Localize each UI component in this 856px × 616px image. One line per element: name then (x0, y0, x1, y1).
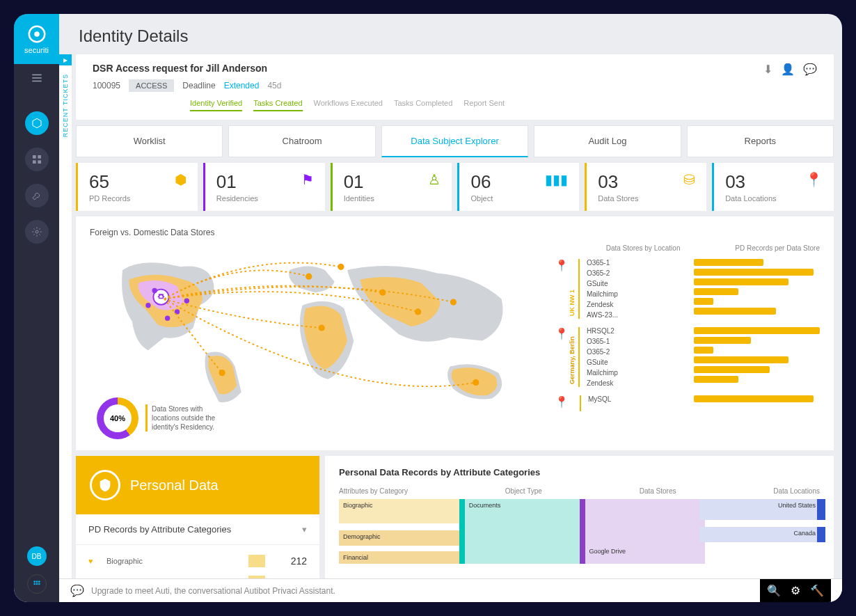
store-item: O365-2 (587, 348, 681, 356)
svg-point-7 (33, 581, 35, 583)
donut-chart: 40% (97, 397, 138, 439)
app-frame: securiti DB Identity Details ▸ RECENT TI… (14, 14, 842, 602)
location-group: 📍UK NW 1O365-1O365-2GSuiteMailchimpZende… (555, 259, 681, 319)
request-type-badge: ACCESS (129, 79, 174, 92)
pd-subtitle-row[interactable]: PD Records by Attribute Categories ▾ (76, 514, 319, 545)
wrench-icon (31, 190, 42, 201)
svg-point-8 (35, 581, 38, 583)
menu-icon (31, 72, 43, 84)
request-header-card: DSR Access request for Jill Anderson 100… (76, 54, 834, 120)
stats-row: 65PD Records⬢01Residencies⚑01Identities♙… (76, 163, 834, 211)
location-group: 📍MySQL (555, 395, 681, 411)
bar (694, 269, 814, 276)
pin-icon: 📍 (555, 395, 569, 409)
nav-tools[interactable] (25, 184, 49, 207)
hamburger-menu[interactable] (14, 64, 59, 92)
store-item: GSuite (587, 358, 681, 366)
main-area: Identity Details ▸ RECENT TICKETS DSR Ac… (59, 14, 842, 602)
download-icon[interactable]: ⬇ (763, 63, 772, 76)
footer-message: Upgrade to meet Auti, the conversational… (91, 586, 335, 596)
bar (694, 337, 750, 344)
tab-audit-log[interactable]: Audit Log (534, 125, 681, 157)
recent-tickets-rail: ▸ RECENT TICKETS (59, 54, 72, 578)
donut-label: Data Stores with locations outside the i… (145, 404, 229, 432)
progress-bar: Identity VerifiedTasks CreatedWorkflows … (190, 99, 817, 111)
store-item: MySQL (588, 395, 681, 403)
bar (694, 376, 738, 383)
user-icon[interactable]: 👤 (781, 63, 795, 76)
pd-row[interactable]: 👥Demographics337 (88, 571, 307, 578)
sankey-card: Personal Data Records by Attribute Categ… (325, 456, 834, 578)
bar (694, 259, 763, 266)
bar (694, 288, 738, 295)
request-title: DSR Access request for Jill Anderson (93, 63, 763, 74)
shield-icon (26, 24, 47, 45)
svg-point-18 (152, 288, 157, 293)
nav-identity[interactable] (25, 111, 49, 135)
sankey-node: Canada (699, 527, 820, 542)
tab-data-subject-explorer[interactable]: Data Subject Explorer (381, 125, 528, 157)
tab-chatroom[interactable]: Chatroom (228, 125, 375, 157)
map-title: Foreign vs. Domestic Data Stores (90, 228, 820, 237)
sankey-node: Google Drive (585, 499, 706, 564)
svg-point-17 (165, 315, 170, 320)
chat-icon[interactable]: 💬 (803, 63, 817, 76)
pd-icon (90, 470, 120, 500)
stat-card[interactable]: 06Object▮▮▮ (457, 163, 579, 211)
svg-point-1 (34, 31, 40, 37)
stat-card[interactable]: 65PD Records⬢ (76, 163, 198, 211)
datastore-panel: Data Stores by Location 📍UK NW 1O365-1O3… (555, 244, 820, 439)
tab-reports[interactable]: Reports (687, 125, 834, 157)
pd-row[interactable]: ♥Biographic212 (88, 551, 307, 571)
app-switcher[interactable] (27, 574, 47, 594)
footer-tools: 🔍 ⚙ 🔨 (760, 579, 831, 603)
stat-card[interactable]: 03Data Stores⛁ (585, 163, 706, 211)
sankey-col-header: Data Locations (773, 487, 820, 495)
store-item: O365-1 (587, 259, 681, 267)
bar (694, 278, 788, 285)
pin-icon: 📍 (555, 327, 569, 384)
sidebar: securiti DB (14, 14, 59, 602)
stat-card[interactable]: 01Residencies⚑ (203, 163, 325, 211)
nav-dashboard[interactable] (25, 148, 49, 171)
donut-box: 40% Data Stores with locations outside t… (97, 397, 229, 439)
chat-bubble-icon[interactable]: 💬 (70, 584, 84, 597)
tabs-row: WorklistChatroomData Subject ExplorerAud… (76, 125, 834, 157)
sankey-node: Financial (339, 551, 459, 564)
svg-point-25 (473, 379, 479, 386)
request-meta: 100095 ACCESS Deadline Extended 45d (93, 79, 763, 92)
sankey-chart: Biographic Demographic Financial Documen… (339, 499, 820, 569)
chevron-down-icon[interactable]: ▾ (302, 524, 307, 535)
sankey-node: Biographic (339, 499, 459, 523)
nav-settings[interactable] (25, 220, 49, 244)
request-id: 100095 (93, 81, 120, 90)
stat-card[interactable]: 03Data Locations📍 (712, 163, 834, 211)
ds-locations-col: Data Stores by Location 📍UK NW 1O365-1O3… (555, 244, 681, 439)
category-icon: ♥ (88, 557, 100, 565)
sankey-col-header: Attributes by Category (339, 487, 408, 495)
store-item: Mailchimp (587, 369, 681, 377)
header-actions: ⬇ 👤 💬 (763, 63, 817, 76)
location-label: UK NW 1 (569, 259, 576, 319)
filter-icon[interactable]: ⚙ (791, 584, 800, 597)
build-icon[interactable]: 🔨 (810, 584, 824, 597)
location-group: 📍Germany, BerlinHRSQL2O365-1O365-2GSuite… (555, 327, 681, 387)
svg-point-16 (184, 299, 189, 303)
page-title: Identity Details (59, 14, 842, 54)
expand-rail-button[interactable]: ▸ (59, 54, 72, 65)
search-icon[interactable]: 🔍 (767, 584, 781, 597)
bottom-row: Personal Data PD Records by Attribute Ca… (76, 456, 834, 578)
progress-step: Report Sent (463, 99, 505, 111)
brand-logo[interactable]: securiti (14, 14, 59, 64)
svg-rect-5 (38, 160, 41, 164)
user-avatar[interactable]: DB (27, 546, 47, 566)
apps-icon (31, 578, 42, 590)
sankey-node: Demographic (339, 530, 459, 546)
grid-icon (31, 154, 42, 165)
bar (694, 347, 713, 354)
ds-head-left: Data Stores by Location (555, 244, 681, 252)
tab-worklist[interactable]: Worklist (76, 125, 223, 157)
progress-step: Identity Verified (190, 99, 242, 111)
footer-bar: 💬 Upgrade to meet Auti, the conversation… (59, 578, 842, 602)
stat-card[interactable]: 01Identities♙ (331, 163, 452, 211)
